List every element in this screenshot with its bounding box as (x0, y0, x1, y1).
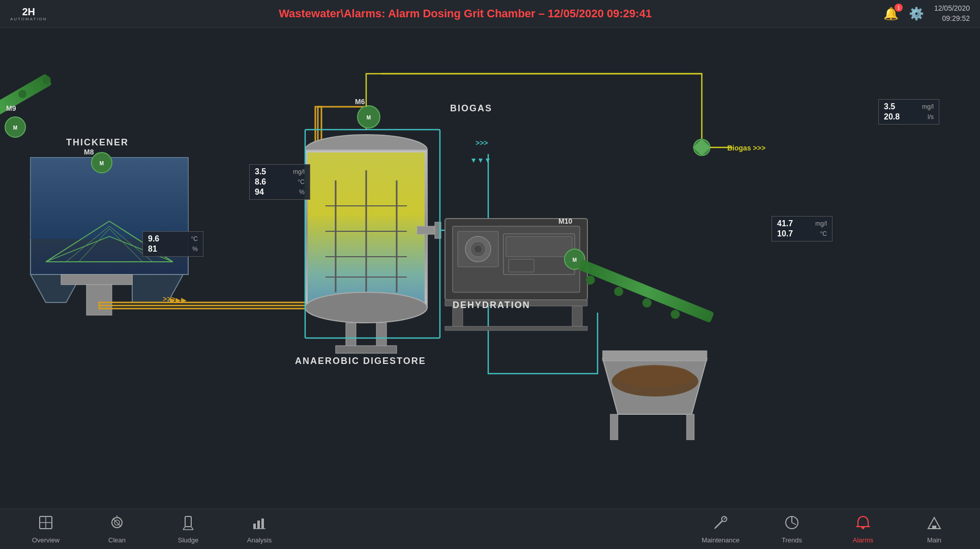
svg-marker-6 (132, 274, 183, 302)
svg-rect-27 (99, 302, 318, 309)
svg-rect-71 (603, 351, 707, 361)
digester-data-box: 3.5 mg/l 8.6 °C 94 % (249, 164, 310, 200)
thickener-pct-unit: % (192, 246, 198, 253)
svg-rect-28 (315, 107, 321, 310)
logo-sub: AUTOMATION (10, 17, 47, 21)
nav-alarms-label: Alarms (853, 536, 873, 544)
settings-icon[interactable]: ⚙️ (909, 7, 924, 21)
svg-point-30 (305, 135, 427, 165)
svg-marker-5 (31, 274, 81, 302)
svg-line-94 (716, 521, 723, 528)
svg-rect-92 (261, 518, 264, 529)
digester-unit1: mg/l (293, 168, 305, 175)
bell-icon[interactable]: 🔔 1 (883, 7, 899, 21)
svg-point-25 (92, 152, 112, 173)
trends-icon (784, 514, 800, 534)
digester-val2: 8.6 (255, 177, 275, 187)
alarm-badge: 1 (895, 4, 903, 12)
svg-line-14 (66, 226, 109, 262)
svg-point-67 (613, 286, 625, 297)
svg-rect-3 (31, 158, 188, 274)
nav-sludge-label: Sludge (178, 536, 198, 544)
svg-marker-77 (693, 139, 711, 156)
svg-rect-43 (336, 346, 397, 353)
svg-point-76 (694, 139, 710, 156)
dehydration-unit2: °C (820, 230, 827, 237)
header: 2H AUTOMATION Wastewater\Alarms: Alarm D… (0, 0, 980, 28)
nav-clean-label: Clean (108, 536, 126, 544)
dehydration-val2: 10.7 (777, 229, 797, 238)
nav-sludge[interactable]: Sludge (163, 514, 214, 544)
biogas-unit2: l/s (928, 113, 934, 120)
nav-clean[interactable]: Clean (92, 514, 142, 544)
svg-text:M: M (100, 161, 104, 166)
svg-line-12 (46, 236, 109, 262)
svg-point-54 (470, 241, 486, 257)
nav-main[interactable]: Main (909, 514, 960, 544)
nav-alarms[interactable]: Alarms (838, 514, 888, 544)
dehydration-val2-row: 10.7 °C (777, 229, 827, 238)
nav-maintenance[interactable]: Maintenance (695, 514, 746, 544)
nav-right: Maintenance Trends Alarms (695, 514, 960, 544)
svg-rect-31 (305, 150, 427, 308)
flow-arrows-thickener: >>> (163, 295, 175, 303)
digester-unit2: °C (298, 178, 305, 186)
dehydration-val1: 41.7 (777, 219, 797, 228)
svg-rect-86 (185, 516, 191, 527)
thickener-label: THICKENER (66, 137, 129, 148)
svg-rect-41 (346, 323, 356, 348)
svg-rect-44 (417, 226, 437, 234)
motor-m10-label: M10 (558, 217, 572, 225)
main-process: M M ▶▶▶ (0, 28, 980, 508)
nav-main-label: Main (927, 536, 941, 544)
svg-line-96 (715, 527, 717, 529)
svg-point-21 (17, 88, 28, 100)
main-icon (926, 514, 942, 534)
thickener-pct-value: 81 (148, 245, 168, 254)
dehydration-val1-row: 41.7 mg/l (777, 219, 827, 228)
biogas-label: BIOGAS (450, 103, 492, 114)
digester-val2-row: 8.6 °C (255, 177, 305, 187)
biogas-val1-row: 3.5 mg/l (884, 102, 934, 111)
svg-rect-50 (445, 219, 587, 300)
svg-rect-57 (506, 236, 572, 257)
nav-trends[interactable]: Trends (766, 514, 817, 544)
motor-m8-label: M8 (84, 148, 94, 156)
svg-rect-61 (572, 306, 582, 326)
digester-val3-row: 94 % (255, 188, 305, 197)
svg-marker-70 (603, 358, 707, 414)
svg-point-40 (305, 292, 427, 323)
svg-text:M: M (367, 115, 371, 120)
digester-label: ANAEROBIC DIGESTORE (295, 356, 426, 367)
digester-val3: 94 (255, 188, 275, 197)
svg-rect-90 (253, 524, 256, 529)
svg-text:▼▼▼: ▼▼▼ (470, 156, 491, 164)
svg-rect-73 (687, 414, 694, 440)
svg-rect-8 (86, 285, 112, 315)
nav-analysis[interactable]: Analysis (234, 514, 285, 544)
thickener-data-box: 9.6 °C 81 % (142, 231, 203, 257)
thickener-temp-unit: °C (191, 235, 198, 242)
svg-line-88 (191, 527, 193, 530)
page-title: Wastewater\Alarms: Alarm Dosing Grit Cha… (279, 7, 651, 20)
svg-rect-91 (257, 521, 260, 529)
svg-line-16 (79, 229, 109, 262)
dehydration-data-box: 41.7 mg/l 10.7 °C (771, 216, 833, 241)
svg-rect-56 (503, 234, 575, 274)
logo-text: 2H (10, 7, 47, 17)
svg-point-75 (617, 365, 693, 387)
dehydration-unit1: mg/l (815, 220, 827, 227)
svg-rect-65 (578, 259, 715, 323)
svg-point-102 (862, 527, 864, 529)
svg-rect-52 (458, 231, 498, 267)
overview-icon (38, 514, 54, 534)
svg-rect-1 (310, 155, 422, 308)
svg-rect-103 (932, 526, 936, 529)
svg-line-97 (724, 517, 726, 520)
motor-m6-label: M6 (355, 98, 365, 106)
svg-rect-58 (509, 259, 534, 272)
biogas-unit1: mg/l (922, 103, 934, 110)
thickener-pct-row: 81 % (148, 245, 198, 254)
nav-overview[interactable]: Overview (20, 514, 71, 544)
nav-analysis-label: Analysis (247, 536, 272, 544)
